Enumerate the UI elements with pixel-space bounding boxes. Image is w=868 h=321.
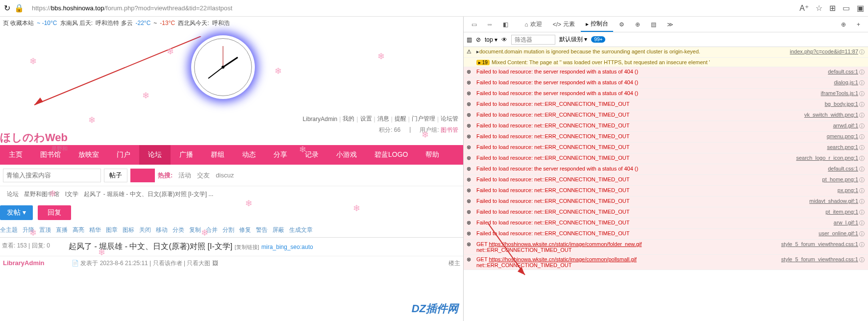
mod-action[interactable]: 复制 bbox=[189, 226, 201, 234]
info-icon[interactable]: ⓘ bbox=[858, 198, 865, 205]
info-icon[interactable]: ⓘ bbox=[858, 230, 865, 238]
console-source-link[interactable]: arrwd.gif:1 bbox=[833, 123, 858, 128]
mod-action[interactable]: 生成文章 bbox=[289, 226, 313, 234]
console-source-link[interactable]: px.png:1 bbox=[838, 187, 858, 193]
eye-icon[interactable]: 👁 bbox=[501, 36, 507, 43]
info-icon[interactable]: ⓘ bbox=[858, 90, 865, 98]
console-source-link[interactable]: style_5_forum_viewthread.css:1 bbox=[781, 241, 858, 247]
copy-link-button[interactable]: [复制链接] bbox=[235, 244, 259, 250]
console-source-link[interactable]: dialog.js:1 bbox=[834, 79, 858, 85]
mod-action[interactable]: 屏蔽 bbox=[273, 226, 284, 234]
mod-action[interactable]: 图章 bbox=[106, 226, 118, 234]
console-source-link[interactable]: search_logo_r_icon.png:1 bbox=[796, 155, 858, 161]
lock-icon[interactable]: 🔒 bbox=[14, 3, 24, 13]
mod-action[interactable]: 直播 bbox=[56, 226, 68, 234]
console-source-link[interactable]: bg_body.jpg:1 bbox=[825, 101, 858, 107]
info-icon[interactable]: ⓘ bbox=[858, 187, 865, 195]
breadcrumb-item[interactable]: 起风了 - 堀辰雄 - 中文、日文(原著)对照 [I-文学] ... bbox=[84, 191, 213, 198]
group-value[interactable]: 图书管 bbox=[441, 126, 458, 133]
hot-link[interactable]: 活动 bbox=[178, 171, 191, 180]
info-icon[interactable]: ⓘ bbox=[858, 155, 865, 162]
info-icon[interactable]: ⓘ bbox=[858, 112, 865, 119]
my-link[interactable]: 我的 bbox=[343, 115, 354, 123]
nav-item[interactable]: 动态 bbox=[233, 145, 265, 165]
console-source-link[interactable]: qmenu.png:1 bbox=[827, 133, 858, 139]
mod-action[interactable]: 警告 bbox=[256, 226, 268, 234]
nav-item[interactable]: 分享 bbox=[265, 145, 296, 165]
mod-action[interactable]: 修复 bbox=[239, 226, 251, 234]
mod-action[interactable]: 精华 bbox=[89, 226, 101, 234]
console-source-link[interactable]: arw_l.gif:1 bbox=[834, 220, 858, 225]
console-source-link[interactable]: index.php?c=code&id=11:87 bbox=[790, 49, 858, 54]
info-icon[interactable]: ⓘ bbox=[858, 176, 865, 184]
nav-item[interactable]: 广播 bbox=[171, 145, 202, 165]
mod-action[interactable]: 合并 bbox=[206, 226, 218, 234]
console-source-link[interactable]: vk_switch_width.png:1 bbox=[804, 112, 858, 118]
forum-admin-link[interactable]: 论坛管 bbox=[441, 115, 458, 123]
mod-action[interactable]: 图标 bbox=[123, 226, 134, 234]
add-tab-icon[interactable]: + bbox=[852, 18, 865, 31]
nav-item[interactable]: 碧蓝LOGO bbox=[366, 145, 417, 165]
filter-input[interactable] bbox=[511, 35, 555, 45]
post-author[interactable]: LibraryAdmin bbox=[3, 259, 66, 267]
only-author-link[interactable]: 只看该作者 bbox=[153, 260, 182, 267]
console-source-link[interactable]: midavt_shadow.gif:1 bbox=[809, 198, 858, 204]
tab-more[interactable]: ≫ bbox=[662, 18, 678, 31]
nav-item[interactable]: 记录 bbox=[296, 145, 327, 165]
nav-item[interactable]: 小游戏 bbox=[327, 145, 366, 165]
dock-icon[interactable]: ◧ bbox=[498, 18, 513, 31]
tab-elements[interactable]: </> 元素 bbox=[548, 17, 580, 31]
mod-action[interactable]: 置顶 bbox=[39, 226, 51, 234]
issues-badge[interactable]: 99+ bbox=[591, 36, 605, 43]
mod-action[interactable]: 升降 bbox=[23, 226, 34, 234]
info-icon[interactable]: ⓘ bbox=[858, 166, 865, 173]
info-icon[interactable]: ⓘ bbox=[858, 123, 865, 130]
search-button[interactable] bbox=[130, 169, 155, 182]
info-icon[interactable]: ⓘ bbox=[858, 101, 865, 108]
console-source-link[interactable]: user_online.gif:1 bbox=[818, 230, 858, 236]
mod-action[interactable]: 全主题 bbox=[0, 226, 18, 234]
hot-link[interactable]: 交友 bbox=[197, 171, 210, 180]
new-post-button[interactable]: 发帖 ▾ bbox=[0, 205, 33, 220]
favorite-icon[interactable]: ☆ bbox=[816, 3, 822, 13]
mod-action[interactable]: 关闭 bbox=[139, 226, 151, 234]
mod-action[interactable]: 高亮 bbox=[73, 226, 84, 234]
mod-action[interactable]: 分类 bbox=[173, 226, 184, 234]
inspect-icon[interactable]: ▭ bbox=[467, 18, 482, 31]
info-icon[interactable]: ⓘ bbox=[858, 49, 865, 56]
info-icon[interactable]: ⓘ bbox=[858, 220, 865, 227]
console-source-link[interactable]: iframeTools.js:1 bbox=[821, 90, 858, 96]
breadcrumb-item[interactable]: I文学 bbox=[65, 191, 78, 198]
info-icon[interactable]: ⓘ bbox=[858, 256, 865, 264]
mod-action[interactable]: 分割 bbox=[223, 226, 234, 234]
breadcrumb-item[interactable]: 论坛 bbox=[7, 191, 19, 198]
tab-app-icon[interactable]: ▤ bbox=[646, 18, 661, 31]
bookmark-home[interactable]: 页 收藏本站 bbox=[3, 19, 34, 27]
log-level-dropdown[interactable]: 默认级别 ▾ bbox=[559, 35, 587, 44]
info-icon[interactable]: ⓘ bbox=[858, 144, 865, 151]
search-scope-dropdown[interactable]: 帖子 bbox=[104, 169, 127, 182]
tab-network-icon[interactable]: ⊕ bbox=[630, 18, 645, 31]
only-big-image-link[interactable]: 只看大图 bbox=[187, 260, 210, 267]
tab-welcome[interactable]: ⌂ 欢迎 bbox=[520, 17, 547, 31]
tab-more-icon[interactable]: ⚙ bbox=[614, 18, 629, 31]
console-source-link[interactable]: default.css:1 bbox=[828, 166, 858, 172]
hot-link[interactable]: discuz bbox=[216, 172, 234, 179]
site-logo[interactable]: ほしのわWeb 星野和 bbox=[0, 130, 68, 152]
nav-item[interactable]: 帮助 bbox=[417, 145, 448, 165]
info-icon[interactable]: ⓘ bbox=[858, 69, 865, 76]
tab-console[interactable]: ▸ 控制台 bbox=[581, 17, 613, 32]
profile-icon[interactable]: ▣ bbox=[857, 3, 864, 13]
info-icon[interactable]: ⓘ bbox=[858, 209, 865, 216]
breadcrumb-item[interactable]: 星野和图书馆 bbox=[24, 191, 59, 198]
close-icon[interactable]: ⊕ bbox=[836, 18, 851, 31]
info-icon[interactable]: ⓘ bbox=[858, 79, 865, 87]
console-source-link[interactable]: pt_home.png:1 bbox=[822, 176, 858, 182]
read-aloud-icon[interactable]: A⁺ bbox=[799, 3, 809, 13]
url-bar[interactable]: https://bbs.hoshinowa.top/forum.php?mod=… bbox=[28, 2, 795, 14]
mod-action[interactable]: 移动 bbox=[156, 226, 168, 234]
nav-item[interactable]: 门户 bbox=[108, 145, 139, 165]
console-source-link[interactable]: pt_item.png:1 bbox=[825, 209, 858, 215]
clear-console-icon[interactable]: ⊘ bbox=[476, 36, 481, 43]
search-input[interactable] bbox=[3, 169, 101, 182]
